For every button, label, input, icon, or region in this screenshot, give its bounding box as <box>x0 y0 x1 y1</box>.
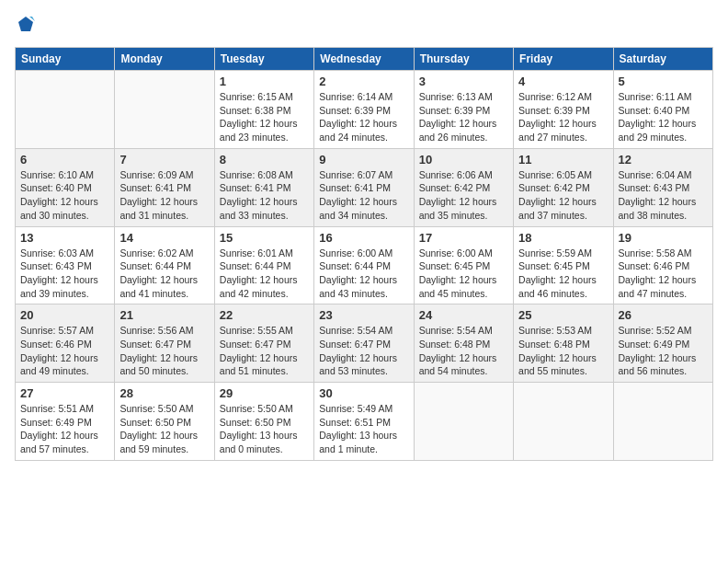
calendar-cell: 17Sunrise: 6:00 AMSunset: 6:45 PMDayligh… <box>414 226 513 304</box>
day-info: Sunrise: 5:50 AMSunset: 6:50 PMDaylight:… <box>119 402 209 456</box>
calendar-cell: 12Sunrise: 6:04 AMSunset: 6:43 PMDayligh… <box>613 148 712 226</box>
logo-icon <box>17 15 35 33</box>
calendar-cell: 11Sunrise: 6:05 AMSunset: 6:42 PMDayligh… <box>514 148 613 226</box>
calendar-week-row: 1Sunrise: 6:15 AMSunset: 6:38 PMDaylight… <box>16 71 713 149</box>
day-number: 14 <box>119 231 209 245</box>
day-info: Sunrise: 6:15 AMSunset: 6:38 PMDaylight:… <box>220 90 309 144</box>
day-number: 6 <box>20 153 109 167</box>
weekday-header-sunday: Sunday <box>16 48 115 71</box>
day-number: 26 <box>619 308 708 322</box>
day-info: Sunrise: 5:55 AMSunset: 6:47 PMDaylight:… <box>220 324 309 378</box>
day-number: 8 <box>220 153 309 167</box>
weekday-header-wednesday: Wednesday <box>314 48 414 71</box>
calendar-cell: 22Sunrise: 5:55 AMSunset: 6:47 PMDayligh… <box>214 304 313 383</box>
calendar-cell: 9Sunrise: 6:07 AMSunset: 6:41 PMDaylight… <box>314 148 414 226</box>
logo <box>15 15 35 38</box>
day-number: 12 <box>619 153 708 167</box>
day-number: 18 <box>518 231 608 245</box>
day-number: 27 <box>20 386 109 400</box>
day-info: Sunrise: 5:53 AMSunset: 6:48 PMDaylight:… <box>518 324 608 378</box>
weekday-header-row: SundayMondayTuesdayWednesdayThursdayFrid… <box>16 48 713 71</box>
calendar: SundayMondayTuesdayWednesdayThursdayFrid… <box>15 47 713 461</box>
day-info: Sunrise: 6:07 AMSunset: 6:41 PMDaylight:… <box>319 168 408 223</box>
day-number: 19 <box>619 231 708 245</box>
weekday-header-monday: Monday <box>115 48 214 71</box>
day-info: Sunrise: 5:58 AMSunset: 6:46 PMDaylight:… <box>619 247 708 301</box>
day-info: Sunrise: 6:03 AMSunset: 6:43 PMDaylight:… <box>20 247 109 301</box>
day-info: Sunrise: 6:09 AMSunset: 6:41 PMDaylight:… <box>119 168 209 223</box>
day-number: 10 <box>419 153 508 167</box>
calendar-cell: 3Sunrise: 6:13 AMSunset: 6:39 PMDaylight… <box>414 71 513 149</box>
calendar-cell: 8Sunrise: 6:08 AMSunset: 6:41 PMDaylight… <box>214 148 313 226</box>
calendar-cell <box>16 71 115 149</box>
calendar-cell: 18Sunrise: 5:59 AMSunset: 6:45 PMDayligh… <box>514 226 613 304</box>
day-number: 22 <box>220 308 309 322</box>
day-number: 24 <box>419 308 508 322</box>
day-number: 30 <box>319 386 408 400</box>
day-number: 5 <box>619 75 708 88</box>
header <box>15 15 713 38</box>
calendar-cell: 26Sunrise: 5:52 AMSunset: 6:49 PMDayligh… <box>613 304 712 383</box>
calendar-cell: 20Sunrise: 5:57 AMSunset: 6:46 PMDayligh… <box>16 304 115 383</box>
calendar-cell <box>414 383 513 461</box>
day-info: Sunrise: 5:59 AMSunset: 6:45 PMDaylight:… <box>518 247 608 301</box>
calendar-cell: 14Sunrise: 6:02 AMSunset: 6:44 PMDayligh… <box>115 226 214 304</box>
calendar-week-row: 13Sunrise: 6:03 AMSunset: 6:43 PMDayligh… <box>16 226 713 304</box>
day-number: 3 <box>419 75 508 88</box>
day-info: Sunrise: 6:13 AMSunset: 6:39 PMDaylight:… <box>419 90 508 144</box>
day-info: Sunrise: 6:02 AMSunset: 6:44 PMDaylight:… <box>119 247 209 301</box>
calendar-cell: 23Sunrise: 5:54 AMSunset: 6:47 PMDayligh… <box>314 304 414 383</box>
calendar-cell: 1Sunrise: 6:15 AMSunset: 6:38 PMDaylight… <box>214 71 313 149</box>
calendar-cell: 5Sunrise: 6:11 AMSunset: 6:40 PMDaylight… <box>613 71 712 149</box>
day-info: Sunrise: 6:00 AMSunset: 6:44 PMDaylight:… <box>319 247 408 301</box>
calendar-cell: 29Sunrise: 5:50 AMSunset: 6:50 PMDayligh… <box>214 383 313 461</box>
calendar-cell: 7Sunrise: 6:09 AMSunset: 6:41 PMDaylight… <box>115 148 214 226</box>
calendar-cell: 15Sunrise: 6:01 AMSunset: 6:44 PMDayligh… <box>214 226 313 304</box>
calendar-cell: 24Sunrise: 5:54 AMSunset: 6:48 PMDayligh… <box>414 304 513 383</box>
calendar-cell: 28Sunrise: 5:50 AMSunset: 6:50 PMDayligh… <box>115 383 214 461</box>
calendar-cell: 10Sunrise: 6:06 AMSunset: 6:42 PMDayligh… <box>414 148 513 226</box>
calendar-cell: 13Sunrise: 6:03 AMSunset: 6:43 PMDayligh… <box>16 226 115 304</box>
calendar-week-row: 20Sunrise: 5:57 AMSunset: 6:46 PMDayligh… <box>16 304 713 383</box>
day-info: Sunrise: 6:05 AMSunset: 6:42 PMDaylight:… <box>518 168 608 223</box>
weekday-header-saturday: Saturday <box>613 48 712 71</box>
weekday-header-friday: Friday <box>514 48 613 71</box>
calendar-cell: 25Sunrise: 5:53 AMSunset: 6:48 PMDayligh… <box>514 304 613 383</box>
day-info: Sunrise: 6:06 AMSunset: 6:42 PMDaylight:… <box>419 168 508 223</box>
calendar-cell <box>115 71 214 149</box>
day-number: 11 <box>518 153 608 167</box>
day-number: 23 <box>319 308 408 322</box>
day-number: 9 <box>319 153 408 167</box>
calendar-cell <box>514 383 613 461</box>
day-number: 1 <box>220 75 309 88</box>
day-number: 29 <box>220 386 309 400</box>
day-number: 15 <box>220 231 309 245</box>
weekday-header-tuesday: Tuesday <box>214 48 313 71</box>
calendar-cell: 2Sunrise: 6:14 AMSunset: 6:39 PMDaylight… <box>314 71 414 149</box>
weekday-header-thursday: Thursday <box>414 48 513 71</box>
day-number: 21 <box>119 308 209 322</box>
calendar-cell: 19Sunrise: 5:58 AMSunset: 6:46 PMDayligh… <box>613 226 712 304</box>
calendar-cell: 16Sunrise: 6:00 AMSunset: 6:44 PMDayligh… <box>314 226 414 304</box>
day-number: 25 <box>518 308 608 322</box>
svg-marker-0 <box>18 17 33 31</box>
day-info: Sunrise: 6:10 AMSunset: 6:40 PMDaylight:… <box>20 168 109 223</box>
day-info: Sunrise: 5:51 AMSunset: 6:49 PMDaylight:… <box>20 402 109 456</box>
day-number: 28 <box>119 386 209 400</box>
day-info: Sunrise: 6:00 AMSunset: 6:45 PMDaylight:… <box>419 247 508 301</box>
day-number: 16 <box>319 231 408 245</box>
calendar-cell: 30Sunrise: 5:49 AMSunset: 6:51 PMDayligh… <box>314 383 414 461</box>
calendar-cell: 4Sunrise: 6:12 AMSunset: 6:39 PMDaylight… <box>514 71 613 149</box>
day-number: 17 <box>419 231 508 245</box>
day-info: Sunrise: 5:49 AMSunset: 6:51 PMDaylight:… <box>319 402 408 456</box>
calendar-cell: 21Sunrise: 5:56 AMSunset: 6:47 PMDayligh… <box>115 304 214 383</box>
day-info: Sunrise: 5:54 AMSunset: 6:48 PMDaylight:… <box>419 324 508 378</box>
day-number: 20 <box>20 308 109 322</box>
day-info: Sunrise: 5:50 AMSunset: 6:50 PMDaylight:… <box>220 402 309 456</box>
day-info: Sunrise: 6:11 AMSunset: 6:40 PMDaylight:… <box>619 90 708 144</box>
day-info: Sunrise: 6:04 AMSunset: 6:43 PMDaylight:… <box>619 168 708 223</box>
calendar-week-row: 27Sunrise: 5:51 AMSunset: 6:49 PMDayligh… <box>16 383 713 461</box>
day-info: Sunrise: 6:01 AMSunset: 6:44 PMDaylight:… <box>220 247 309 301</box>
day-info: Sunrise: 5:54 AMSunset: 6:47 PMDaylight:… <box>319 324 408 378</box>
day-info: Sunrise: 6:14 AMSunset: 6:39 PMDaylight:… <box>319 90 408 144</box>
